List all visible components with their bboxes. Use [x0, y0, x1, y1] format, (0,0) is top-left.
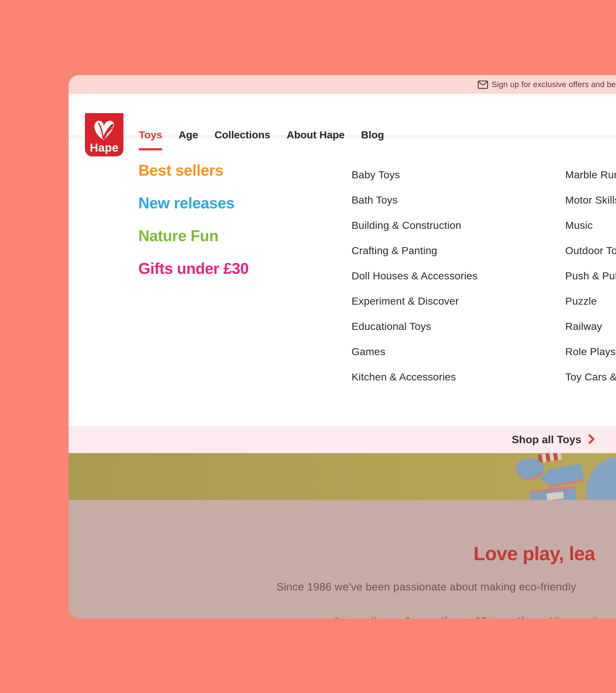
nav-bar: Hape Toys Age Collections About Hape Blo… [68, 94, 616, 135]
featured-link-gifts-under-30[interactable]: Gifts under £30 [138, 261, 249, 276]
menu-item-puzzle[interactable]: Puzzle [565, 296, 616, 306]
menu-item-music[interactable]: Music [565, 220, 616, 231]
announcement-text[interactable]: Sign up for exclusive offers and be [492, 75, 616, 94]
age-tab-0-months: 0+ months [334, 615, 386, 619]
envelope-icon [478, 80, 488, 90]
puzzle-piece [529, 486, 577, 500]
puzzle-piece [545, 463, 584, 488]
menu-item-role-plays[interactable]: Role Plays [565, 346, 616, 357]
menu-item-games[interactable]: Games [352, 346, 478, 357]
menu-item-bath-toys[interactable]: Bath Toys [352, 195, 478, 205]
menu-item-experiment-discover[interactable]: Experiment & Discover [352, 296, 478, 306]
main-nav: Toys Age Collections About Hape Blog [139, 113, 384, 157]
shop-all-toys-label: Shop all Toys [512, 433, 581, 446]
menu-item-push-pull[interactable]: Push & Pull [565, 271, 616, 281]
menu-item-motor-skills[interactable]: Motor Skills [565, 195, 616, 205]
page-background: Sign up for exclusive offers and be Hape… [0, 0, 616, 693]
menu-item-educational-toys[interactable]: Educational Toys [352, 321, 478, 332]
menu-item-railway[interactable]: Railway [565, 321, 616, 332]
age-tab-12-months: 12+ months [475, 615, 533, 619]
striped-puzzle-piece [538, 453, 562, 463]
dimmed-page-overlay[interactable]: Love play, lea Since 1986 we've been pas… [68, 500, 616, 619]
menu-item-baby-toys[interactable]: Baby Toys [352, 170, 478, 180]
announcement-bar: Sign up for exclusive offers and be [68, 75, 616, 94]
featured-links-column: Best sellers New releases Nature Fun Gif… [138, 162, 249, 276]
logo-wordmark: Hape [90, 141, 118, 154]
featured-link-new-releases[interactable]: New releases [138, 195, 249, 211]
browser-viewport: Sign up for exclusive offers and be Hape… [68, 75, 616, 619]
menu-item-kitchen-accessories[interactable]: Kitchen & Accessories [352, 372, 478, 382]
hape-logo[interactable]: Hape [85, 113, 123, 156]
menu-item-marble-run[interactable]: Marble Run [565, 170, 616, 180]
featured-link-nature-fun[interactable]: Nature Fun [138, 228, 249, 244]
page-heading: Love play, lea [474, 542, 595, 565]
shop-all-toys-bar[interactable]: Shop all Toys [68, 426, 616, 453]
age-tab-18-months: 18+ months [549, 615, 606, 619]
hero-photo-dimmed [68, 453, 616, 500]
puzzle-board-circle [586, 456, 616, 500]
age-tab-6-months: 6+ months [405, 615, 457, 619]
heart-leaf-icon [91, 113, 118, 142]
featured-link-best-sellers[interactable]: Best sellers [138, 162, 249, 178]
category-column-1: Baby Toys Bath Toys Building & Construct… [352, 170, 478, 382]
category-column-2: Marble Run Motor Skills Music Outdoor To… [565, 170, 616, 382]
menu-item-crafting-panting[interactable]: Crafting & Panting [352, 245, 478, 256]
menu-item-outdoor-toys[interactable]: Outdoor Toys [565, 245, 616, 256]
dropdown-top-shadow [68, 135, 616, 140]
menu-item-toy-cars[interactable]: Toy Cars & [565, 372, 616, 382]
chevron-right-icon [588, 434, 595, 446]
page-subtext: Since 1986 we've been passionate about m… [277, 581, 576, 593]
menu-item-doll-houses[interactable]: Doll Houses & Accessories [352, 271, 478, 281]
menu-item-building-construction[interactable]: Building & Construction [352, 220, 478, 231]
